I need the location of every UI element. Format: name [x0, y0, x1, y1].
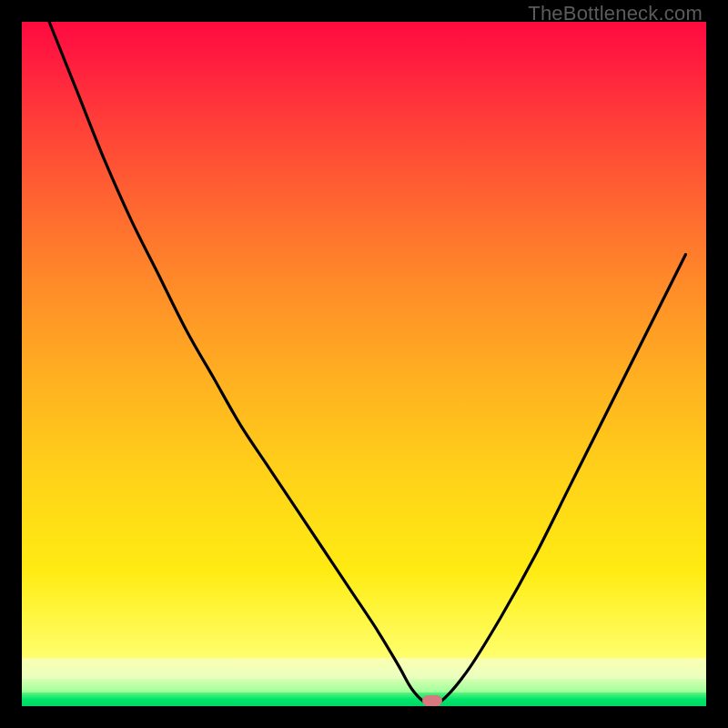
chart-frame: TheBottleneck.com	[0, 0, 728, 728]
plot-area	[22, 22, 706, 706]
optimal-marker	[422, 695, 443, 706]
bottleneck-curve	[22, 22, 706, 706]
